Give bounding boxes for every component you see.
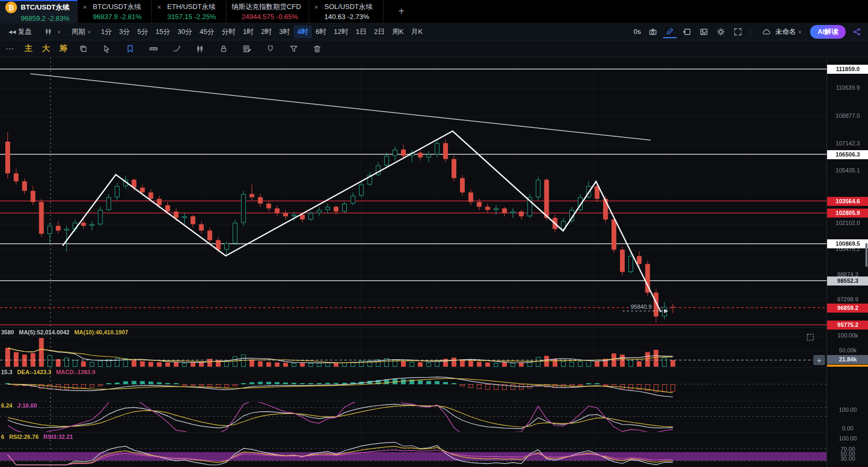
- tab-title: BTC/USDT永续: [93, 2, 141, 12]
- more-icon[interactable]: ⋯: [5, 44, 15, 54]
- timeframe-2日[interactable]: 2日: [370, 25, 388, 38]
- indicator-value: MA(5):52,014.0042: [19, 329, 69, 335]
- timeframe-1时[interactable]: 1时: [239, 25, 257, 38]
- price-level-label: 103564.6: [827, 197, 868, 206]
- price-level-label: 106506.3: [827, 150, 868, 159]
- axis-tick-label: 110639.9: [827, 84, 868, 91]
- macd-indicator-row: 15.3DEA:-1423.3MACD:-1383.9: [1, 369, 96, 375]
- price-level-label: 100869.5: [827, 239, 868, 248]
- axis-tick-label: 102102.0: [827, 220, 868, 226]
- timeframe-3分[interactable]: 3分: [115, 25, 133, 38]
- axis-tick-label: 50.00k: [827, 347, 868, 353]
- close-icon[interactable]: ×: [314, 3, 321, 11]
- quick-tab-大[interactable]: 大: [42, 44, 50, 54]
- chart-type-button[interactable]: ∨: [38, 24, 65, 40]
- price-annotation[interactable]: 95840.9: [629, 304, 653, 310]
- timeframe-12时[interactable]: 12时: [330, 25, 352, 38]
- axis-tick-label: 100.00: [827, 435, 868, 442]
- tab-纳斯达克指数期货CFD[interactable]: 纳斯达克指数期货CFD24944.575 -0.65%: [226, 0, 309, 23]
- timeframe-月K[interactable]: 月K: [407, 25, 427, 38]
- timeframe-3时[interactable]: 3时: [276, 25, 294, 38]
- tab-bar: ₿BTC/USDT永续96859.2 -2.83%×BTC/USDT永续9683…: [0, 0, 868, 23]
- tab-BTC/USDT永续[interactable]: ×BTC/USDT永续96837.9 -2.81%: [78, 0, 152, 23]
- bookmark-icon[interactable]: [124, 42, 137, 55]
- price-level-label: 102805.9: [827, 209, 868, 218]
- axis-tick-label: 30.00: [827, 455, 868, 462]
- chevron-down-icon: ∨: [57, 29, 61, 34]
- replay-button[interactable]: ◀◀ 复盘: [4, 25, 36, 38]
- rsi-indicator-row: 6RSI2:26.76RSI3:32.21: [1, 434, 73, 440]
- price-axis[interactable]: 110639.9108877.0107142.3105435.1102102.0…: [827, 57, 868, 467]
- screenshot-icon[interactable]: [697, 25, 711, 38]
- tab-BTC/USDT永续[interactable]: ₿BTC/USDT永续96859.2 -2.83%: [0, 0, 78, 23]
- timeframe-1日[interactable]: 1日: [352, 25, 370, 38]
- pattern-candles-icon[interactable]: [194, 42, 207, 55]
- magnet-icon[interactable]: [264, 42, 277, 55]
- draw-pencil-icon[interactable]: [663, 25, 677, 38]
- price-level-label: 95775.2: [827, 321, 868, 330]
- quick-tab-筹[interactable]: 筹: [59, 44, 67, 54]
- add-alert-button[interactable]: +: [813, 355, 825, 365]
- period-button[interactable]: 周期 ∨: [67, 25, 95, 38]
- chevron-down-icon: ∨: [87, 29, 91, 34]
- axis-tick-label: 107142.3: [827, 140, 868, 146]
- tab-title: 纳斯达克指数期货CFD: [232, 2, 301, 12]
- quick-tab-主[interactable]: 主: [24, 44, 32, 54]
- volume-indicator-row: 3580MA(5):52,014.0042MA(10):40,410.1907: [1, 329, 128, 335]
- timeframe-15分[interactable]: 15分: [152, 25, 174, 38]
- settings-gear-icon[interactable]: [714, 25, 728, 38]
- toolbar-left: ◀◀ 复盘 ∨ 周期 ∨ 1分3分5分15分30分45分分时1时2时3时4时6时…: [4, 24, 427, 40]
- camera-icon[interactable]: [646, 25, 660, 38]
- timeframe-5分[interactable]: 5分: [134, 25, 152, 38]
- indicator-value: 3580: [1, 329, 14, 335]
- filter-funnel-icon[interactable]: [287, 42, 300, 55]
- tab-price: 140.63 -2.73%: [314, 13, 376, 21]
- duration-label: 0s: [631, 28, 644, 36]
- toolbar-right-icons: [646, 25, 745, 38]
- indicator-value: 6.24: [1, 402, 12, 409]
- cloud-save-button[interactable]: 未命名 ∨: [756, 24, 806, 40]
- lock-icon[interactable]: [217, 42, 230, 55]
- timeframe-2时[interactable]: 2时: [257, 25, 275, 38]
- indicator-value: RSI3:32.21: [44, 434, 73, 440]
- chart-canvas[interactable]: [0, 57, 827, 467]
- ruler-icon[interactable]: [147, 42, 160, 55]
- axis-scrollbar[interactable]: [865, 243, 867, 267]
- close-icon[interactable]: ×: [83, 3, 89, 11]
- toolbar-right: 0s 未命名 ∨ AI解读: [631, 24, 864, 40]
- timeframe-list: 1分3分5分15分30分45分分时1时2时3时4时6时12时1日2日周K月K: [97, 25, 427, 38]
- timeframe-分时[interactable]: 分时: [218, 25, 239, 38]
- timeframe-45分[interactable]: 45分: [196, 25, 218, 38]
- indicator-value: MA(10):40,410.1907: [74, 329, 129, 335]
- close-icon[interactable]: ×: [157, 3, 164, 11]
- order-edit-icon[interactable]: [241, 42, 253, 55]
- tab-ETH/USDT永续[interactable]: ×ETH/USDT永续3157.15 -2.25%: [152, 0, 226, 23]
- fullscreen-icon[interactable]: [731, 25, 745, 38]
- tab-price: 24944.575 -0.65%: [232, 13, 301, 21]
- axis-tick-label: 100.00: [827, 407, 868, 413]
- add-tab-button[interactable]: +: [391, 0, 412, 23]
- timeframe-4时[interactable]: 4时: [294, 25, 312, 38]
- tab-price: 3157.15 -2.25%: [157, 13, 218, 21]
- timeframe-30分[interactable]: 30分: [174, 25, 195, 38]
- maximize-pane-icon[interactable]: [806, 333, 814, 343]
- timeframe-周K[interactable]: 周K: [388, 25, 407, 38]
- tab-title: SOL/USDT永续: [325, 2, 373, 12]
- tab-SOL/USDT永续[interactable]: ×SOL/USDT永续140.63 -2.73%: [309, 0, 384, 23]
- tab-price: 96859.2 -2.83%: [5, 14, 70, 22]
- cursor-icon[interactable]: [100, 42, 113, 55]
- ai-analysis-button[interactable]: AI解读: [810, 25, 846, 39]
- share-icon[interactable]: [850, 25, 864, 38]
- draw-tools: [77, 42, 324, 55]
- axis-tick-label: 105435.1: [827, 167, 868, 174]
- timeframe-6时[interactable]: 6时: [312, 25, 330, 38]
- trash-icon[interactable]: [311, 42, 324, 55]
- new-pane-icon[interactable]: [680, 25, 694, 38]
- indicator-value: DEA:-1423.3: [17, 369, 51, 375]
- copy-edit-icon[interactable]: [77, 42, 90, 55]
- axis-tick-label: 97298.9: [827, 296, 868, 302]
- quick-tabs: 主大筹: [24, 44, 67, 54]
- timeframe-1分[interactable]: 1分: [97, 25, 115, 38]
- brush-icon[interactable]: [171, 42, 183, 55]
- kdj-indicator-row: 6.24J:16.60: [1, 402, 37, 409]
